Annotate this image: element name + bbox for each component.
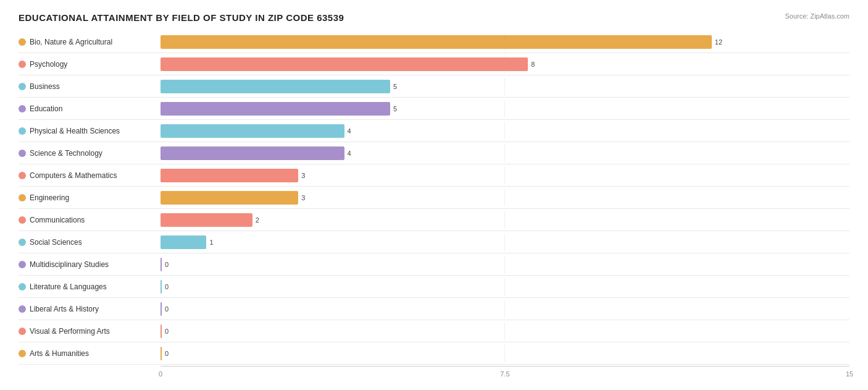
bar-label: Computers & Mathematics — [19, 171, 161, 180]
bar-label: Literature & Languages — [19, 282, 161, 291]
bar-label: Multidisciplinary Studies — [19, 260, 161, 269]
bar-value-label: 0 — [165, 328, 169, 335]
dot-icon — [19, 105, 26, 112]
x-axis: 07.515 — [161, 366, 849, 378]
bar-container: 1 — [161, 234, 849, 251]
bar-fill — [161, 57, 528, 71]
bar-fill — [161, 235, 206, 249]
bar-row: Multidisciplinary Studies0 — [19, 253, 849, 276]
source-label: Source: ZipAtlas.com — [785, 12, 849, 20]
bar-label: Psychology — [19, 60, 161, 69]
dot-icon — [19, 328, 26, 335]
bar-container: 4 — [161, 145, 849, 162]
chart-container: EDUCATIONAL ATTAINMENT BY FIELD OF STUDY… — [19, 12, 849, 378]
bar-container: 8 — [161, 56, 849, 73]
bar-row: Bio, Nature & Agricultural12 — [19, 31, 849, 53]
dot-icon — [19, 83, 26, 90]
bar-value-label: 3 — [301, 172, 305, 179]
bar-container: 0 — [161, 300, 849, 318]
bar-label: Communications — [19, 216, 161, 224]
bar-fill — [161, 347, 162, 360]
bar-container: 4 — [161, 122, 849, 140]
bar-row: Liberal Arts & History0 — [19, 298, 849, 320]
bar-value-label: 8 — [531, 61, 535, 68]
bar-row: Education5 — [19, 98, 849, 120]
bar-label: Science & Technology — [19, 149, 161, 158]
bar-container: 5 — [161, 100, 849, 117]
dot-icon — [19, 239, 26, 246]
bar-label: Social Sciences — [19, 238, 161, 247]
bar-label: Education — [19, 104, 161, 113]
x-tick-label: 15 — [846, 370, 853, 378]
bar-row: Arts & Humanities0 — [19, 342, 849, 365]
bar-row: Visual & Performing Arts0 — [19, 320, 849, 342]
bar-fill — [161, 302, 162, 316]
bar-container: 3 — [161, 167, 849, 184]
bar-container: 3 — [161, 189, 849, 206]
bar-row: Computers & Mathematics3 — [19, 164, 849, 187]
dot-icon — [19, 261, 26, 268]
bar-fill — [161, 213, 252, 227]
x-tick-label: 0 — [159, 370, 162, 378]
bar-label: Engineering — [19, 193, 161, 202]
bar-row: Literature & Languages0 — [19, 276, 849, 298]
dot-icon — [19, 305, 26, 313]
bar-container: 0 — [161, 345, 849, 362]
bar-container: 5 — [161, 78, 849, 95]
bar-row: Psychology8 — [19, 53, 849, 75]
bar-fill — [161, 124, 344, 138]
dot-icon — [19, 283, 26, 290]
chart-title: EDUCATIONAL ATTAINMENT BY FIELD OF STUDY… — [19, 12, 344, 23]
bar-value-label: 5 — [393, 105, 397, 112]
bar-value-label: 0 — [165, 350, 169, 357]
bar-container: 0 — [161, 256, 849, 273]
bar-fill — [161, 102, 390, 116]
dot-icon — [19, 194, 26, 201]
bar-row: Science & Technology4 — [19, 142, 849, 164]
bar-label: Bio, Nature & Agricultural — [19, 38, 161, 46]
bar-row: Engineering3 — [19, 187, 849, 209]
dot-icon — [19, 38, 26, 46]
bar-fill — [161, 191, 298, 205]
bar-label: Arts & Humanities — [19, 349, 161, 358]
bar-container: 12 — [161, 33, 849, 51]
dot-icon — [19, 216, 26, 224]
bar-container: 0 — [161, 323, 849, 340]
bar-value-label: 0 — [165, 305, 169, 313]
dot-icon — [19, 150, 26, 157]
bar-value-label: 12 — [715, 38, 722, 46]
bar-row: Business5 — [19, 75, 849, 98]
bar-value-label: 4 — [348, 150, 351, 157]
x-tick-label: 7.5 — [500, 370, 509, 378]
bar-label: Business — [19, 82, 161, 91]
bar-value-label: 0 — [165, 283, 169, 290]
bar-chart: Bio, Nature & Agricultural12Psychology8B… — [19, 31, 849, 365]
bar-value-label: 5 — [393, 83, 397, 90]
bar-fill — [161, 280, 162, 294]
bar-fill — [161, 169, 298, 182]
bar-value-label: 3 — [301, 194, 305, 201]
bar-value-label: 1 — [209, 239, 213, 246]
bar-container: 0 — [161, 278, 849, 295]
dot-icon — [19, 172, 26, 179]
bar-fill — [161, 258, 162, 271]
bar-row: Physical & Health Sciences4 — [19, 120, 849, 142]
bar-value-label: 0 — [165, 261, 169, 268]
dot-icon — [19, 350, 26, 357]
bar-fill — [161, 146, 344, 160]
bar-fill — [161, 35, 712, 49]
bar-row: Communications2 — [19, 209, 849, 231]
dot-icon — [19, 61, 26, 68]
bar-container: 2 — [161, 211, 849, 229]
bar-value-label: 2 — [256, 216, 259, 224]
bar-label: Visual & Performing Arts — [19, 327, 161, 336]
bar-value-label: 4 — [348, 127, 351, 135]
bar-label: Liberal Arts & History — [19, 305, 161, 313]
dot-icon — [19, 127, 26, 135]
bar-fill — [161, 324, 162, 338]
bar-fill — [161, 80, 390, 93]
bar-row: Social Sciences1 — [19, 231, 849, 253]
bar-label: Physical & Health Sciences — [19, 127, 161, 135]
